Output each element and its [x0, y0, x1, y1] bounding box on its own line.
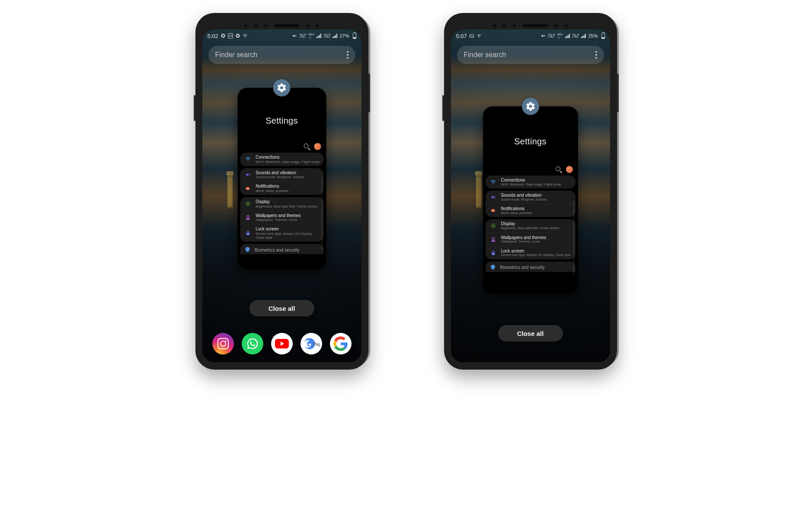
wallpaper-lighthouse — [227, 175, 233, 209]
settings-row-title: Connections — [256, 155, 320, 160]
phone-mock-left: 5:02 ✪ VR ✪ Vo) R LTE1 4G+↑↓ Vo) R LTE2 … — [195, 13, 368, 370]
settings-row-subtitle: Wallpapers, Themes, Icons — [256, 218, 301, 222]
settings-row-title: Sounds and vibration — [256, 170, 304, 176]
settings-row-biometrics[interactable]: Biometrics and security — [486, 262, 575, 272]
settings-card-preview[interactable]: Settings Connections Wi-Fi, Bluetooth, D… — [237, 88, 326, 269]
svg-point-6 — [247, 203, 249, 205]
picture-icon — [469, 33, 474, 38]
instagram-app-icon[interactable] — [212, 333, 234, 354]
recent-app-card[interactable]: Settings Connections Wi-Fi, Bluetooth, D… — [483, 106, 578, 294]
settings-card-preview[interactable]: Settings Connections Wi-Fi, Bluetooth, D… — [483, 106, 578, 294]
avatar-icon[interactable] — [314, 143, 321, 150]
status-lte2: Vo) R LTE2 — [572, 34, 579, 38]
svg-rect-24 — [492, 209, 494, 210]
phone-mock-right: 5:07 Vo) R LTE1 4G+↑↓ Vo) R LTE2 25% — [444, 13, 617, 370]
status-battery-pct: 27% — [339, 33, 349, 38]
settings-row-subtitle: Sound mode, Ringtone, Volume — [256, 175, 304, 179]
settings-row-sound[interactable]: Sounds and vibration Sound mode, Rington… — [240, 168, 323, 182]
wifi-icon — [476, 33, 482, 38]
settings-group: Display Brightness, Blue light filter, H… — [240, 197, 323, 242]
notification-icon — [490, 207, 497, 214]
phone-screen: 5:07 Vo) R LTE1 4G+↑↓ Vo) R LTE2 25% — [451, 29, 610, 362]
settings-row-title: Display — [256, 199, 318, 204]
wifi-icon — [243, 33, 248, 38]
settings-row-title: Wallpapers and themes — [256, 213, 301, 218]
gear-icon[interactable] — [273, 79, 291, 96]
status-lte1: Vo) R LTE1 — [548, 34, 555, 38]
close-all-button[interactable]: Close all — [498, 325, 563, 342]
overflow-menu-icon[interactable] — [347, 51, 348, 59]
settings-row-wifi[interactable]: Connections Wi-Fi, Bluetooth, Data usage… — [240, 153, 323, 166]
close-all-button[interactable]: Close all — [249, 300, 314, 316]
settings-title: Settings — [483, 137, 578, 147]
svg-line-12 — [249, 205, 249, 205]
settings-row-display[interactable]: Display Brightness, Blue light filter, H… — [240, 197, 323, 211]
settings-row-theme[interactable]: Wallpapers and themes Wallpapers, Themes… — [486, 233, 575, 246]
avatar-icon[interactable] — [566, 166, 573, 173]
settings-row-biometrics[interactable]: Biometrics and security — [240, 244, 323, 254]
finder-search[interactable]: Finder search — [457, 46, 604, 64]
settings-row-lock[interactable]: Lock screen Screen lock type, Always On … — [486, 246, 575, 259]
wifi-icon — [244, 156, 251, 163]
svg-point-25 — [492, 225, 494, 227]
status-lte2: Vo) R LTE2 — [323, 34, 330, 38]
svg-rect-4 — [246, 187, 249, 189]
display-icon — [244, 200, 251, 207]
app-badge-icon: ✪ — [235, 33, 240, 38]
settings-row-notif[interactable]: Notifications Block, allow, prioritise — [486, 204, 575, 217]
status-bar: 5:07 Vo) R LTE1 4G+↑↓ Vo) R LTE2 25% — [451, 29, 610, 42]
settings-row-title: Connections — [501, 178, 561, 183]
status-battery-pct: 25% — [588, 33, 598, 38]
gpay-app-icon[interactable]: Pay — [301, 333, 322, 354]
svg-line-31 — [494, 227, 495, 227]
settings-row-subtitle: Block, allow, prioritise — [256, 189, 288, 193]
status-network-gen: 4G+↑↓ — [557, 33, 563, 39]
settings-row-subtitle: Wallpapers, Themes, Icons — [501, 240, 547, 244]
svg-rect-15 — [246, 233, 249, 235]
settings-title: Settings — [237, 116, 326, 126]
svg-point-22 — [493, 183, 493, 184]
status-time: 5:02 — [208, 33, 218, 39]
battery-icon — [353, 33, 356, 39]
settings-row-lock[interactable]: Lock screen Screen lock type, Always On … — [240, 224, 323, 242]
whatsapp-app-icon[interactable] — [242, 333, 263, 354]
settings-row-subtitle: Wi-Fi, Bluetooth, Data usage, Flight mod… — [256, 160, 320, 164]
phone-screen: 5:02 ✪ VR ✪ Vo) R LTE1 4G+↑↓ Vo) R LTE2 … — [202, 29, 361, 362]
settings-row-subtitle: Brightness, Blue light filter, Home scre… — [256, 204, 318, 208]
scrollbar[interactable] — [321, 178, 322, 251]
svg-rect-5 — [246, 187, 249, 188]
battery-icon — [601, 33, 605, 39]
vr-badge-icon: VR — [228, 33, 233, 38]
settings-list: Connections Wi-Fi, Bluetooth, Data usage… — [486, 176, 575, 291]
status-time: 5:07 — [456, 33, 467, 39]
status-network-gen: 4G+↑↓ — [308, 33, 314, 39]
google-app-icon[interactable] — [330, 333, 352, 354]
svg-line-14 — [249, 202, 249, 202]
settings-row-notif[interactable]: Notifications Block, allow, prioritise — [240, 182, 323, 195]
settings-row-wifi[interactable]: Connections Wi-Fi, Bluetooth, Data usage… — [486, 176, 575, 188]
settings-row-title: Biometrics and security — [255, 248, 299, 252]
settings-row-sound[interactable]: Sounds and vibration Sound mode, Rington… — [486, 191, 575, 204]
scrollbar[interactable] — [573, 201, 574, 275]
overflow-menu-icon[interactable] — [595, 51, 597, 59]
gear-icon[interactable] — [522, 98, 539, 115]
settings-group: Connections Wi-Fi, Bluetooth, Data usage… — [240, 153, 323, 166]
mute-icon — [540, 33, 546, 38]
search-icon[interactable] — [304, 144, 310, 150]
status-bar: 5:02 ✪ VR ✪ Vo) R LTE1 4G+↑↓ Vo) R LTE2 … — [202, 29, 361, 42]
theme-icon — [490, 236, 497, 243]
finder-search[interactable]: Finder search — [208, 46, 355, 64]
wallpaper-lighthouse — [476, 175, 481, 209]
svg-point-0 — [245, 37, 245, 38]
youtube-app-icon[interactable] — [271, 333, 293, 354]
shield-icon — [244, 246, 250, 253]
svg-point-19 — [479, 37, 479, 38]
settings-row-theme[interactable]: Wallpapers and themes Wallpapers, Themes… — [240, 211, 323, 225]
search-icon[interactable] — [556, 166, 562, 172]
settings-group: Sounds and vibration Sound mode, Rington… — [486, 191, 575, 217]
settings-row-title: Biometrics and security — [500, 265, 545, 270]
settings-row-subtitle: Brightness, Blue light filter, Home scre… — [501, 227, 559, 230]
settings-row-display[interactable]: Display Brightness, Blue light filter, H… — [486, 219, 575, 233]
recent-app-card[interactable]: Settings Connections Wi-Fi, Bluetooth, D… — [237, 88, 326, 269]
finder-placeholder: Finder search — [464, 51, 506, 59]
